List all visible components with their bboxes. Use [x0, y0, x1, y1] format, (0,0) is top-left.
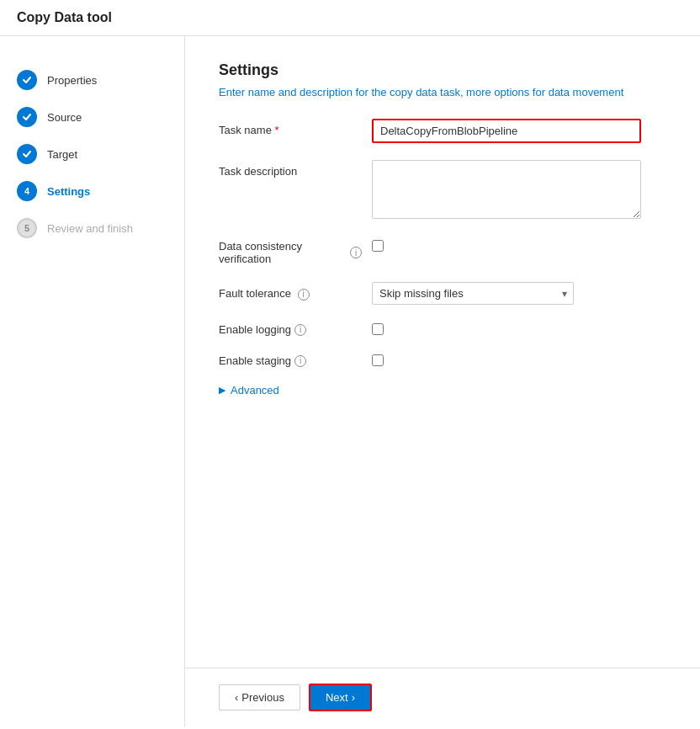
- step-circle-settings: 4: [17, 181, 37, 201]
- task-description-row: Task description: [219, 160, 666, 221]
- data-consistency-info-icon[interactable]: i: [350, 247, 362, 258]
- enable-staging-row: Enable staging i: [219, 353, 666, 367]
- advanced-row[interactable]: ▶ Advanced: [219, 384, 666, 396]
- fault-tolerance-select-wrapper: Skip missing files None Skip incompatibl…: [372, 282, 574, 305]
- next-label: Next: [326, 691, 348, 704]
- task-description-input[interactable]: [372, 160, 641, 219]
- enable-logging-label: Enable logging i: [219, 322, 362, 336]
- previous-label: Previous: [241, 691, 284, 704]
- task-name-required: *: [275, 124, 279, 136]
- content-body: Settings Enter name and description for …: [185, 36, 700, 668]
- fault-tolerance-select[interactable]: Skip missing files None Skip incompatibl…: [372, 282, 574, 305]
- step-label-source: Source: [47, 111, 82, 124]
- enable-staging-control: [372, 353, 384, 366]
- content-area: Settings Enter name and description for …: [185, 36, 700, 726]
- section-subtitle: Enter name and description for the copy …: [219, 86, 666, 98]
- content-footer: ‹ Previous Next ›: [185, 668, 700, 726]
- previous-button[interactable]: ‹ Previous: [219, 684, 300, 710]
- app-title: Copy Data tool: [17, 10, 683, 25]
- sidebar-item-review: 5 Review and finish: [0, 210, 184, 247]
- enable-logging-control: [372, 322, 384, 335]
- step-circle-target: [17, 144, 37, 164]
- data-consistency-label: Data consistency verification i: [219, 238, 362, 265]
- fault-tolerance-info-icon[interactable]: i: [298, 289, 310, 301]
- data-consistency-row: Data consistency verification i: [219, 238, 666, 265]
- step-label-target: Target: [47, 148, 77, 161]
- fault-tolerance-row: Fault tolerance i Skip missing files Non…: [219, 282, 666, 305]
- step-circle-review: 5: [17, 218, 37, 238]
- advanced-label: Advanced: [231, 384, 279, 396]
- data-consistency-checkbox[interactable]: [372, 240, 384, 252]
- sidebar: Properties Source Target 4 Settings: [0, 36, 185, 726]
- enable-staging-checkbox[interactable]: [372, 354, 384, 366]
- advanced-expand-icon: ▶: [219, 385, 225, 396]
- app-header: Copy Data tool: [0, 0, 700, 36]
- data-consistency-control: [372, 238, 384, 252]
- enable-logging-row: Enable logging i: [219, 322, 666, 336]
- task-description-control: [372, 160, 666, 221]
- next-button[interactable]: Next ›: [309, 684, 372, 711]
- fault-tolerance-label: Fault tolerance i: [219, 282, 362, 301]
- enable-logging-checkbox[interactable]: [372, 323, 384, 335]
- task-name-input[interactable]: [372, 119, 641, 143]
- task-name-control: [372, 119, 666, 143]
- step-label-settings: Settings: [47, 185, 90, 198]
- main-layout: Properties Source Target 4 Settings: [0, 36, 700, 726]
- sidebar-item-settings[interactable]: 4 Settings: [0, 173, 184, 210]
- step-circle-source: [17, 107, 37, 127]
- enable-staging-label: Enable staging i: [219, 353, 362, 367]
- task-name-label: Task name *: [219, 119, 362, 136]
- sidebar-item-target[interactable]: Target: [0, 136, 184, 173]
- step-circle-properties: [17, 70, 37, 90]
- sidebar-item-properties[interactable]: Properties: [0, 61, 184, 98]
- enable-staging-info-icon[interactable]: i: [294, 355, 306, 367]
- fault-tolerance-control: Skip missing files None Skip incompatibl…: [372, 282, 666, 305]
- task-name-row: Task name *: [219, 119, 666, 143]
- enable-logging-info-icon[interactable]: i: [294, 324, 306, 336]
- step-label-properties: Properties: [47, 74, 97, 87]
- next-icon: ›: [352, 691, 355, 704]
- step-label-review: Review and finish: [47, 222, 133, 235]
- previous-icon: ‹: [235, 691, 238, 704]
- section-title: Settings: [219, 61, 666, 79]
- sidebar-item-source[interactable]: Source: [0, 98, 184, 136]
- task-description-label: Task description: [219, 160, 362, 178]
